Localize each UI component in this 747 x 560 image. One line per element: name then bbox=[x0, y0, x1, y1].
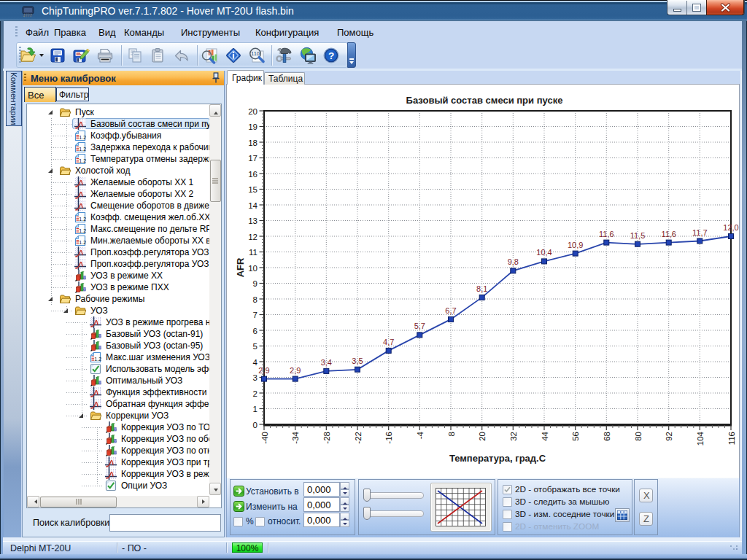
svg-text:-34: -34 bbox=[291, 431, 300, 443]
svg-text:19: 19 bbox=[248, 122, 258, 131]
svg-text:44: 44 bbox=[541, 431, 549, 440]
svg-text:8: 8 bbox=[447, 432, 456, 436]
svg-text:18: 18 bbox=[248, 139, 258, 147]
svg-text:9,8: 9,8 bbox=[508, 257, 519, 266]
svg-text:56: 56 bbox=[571, 432, 580, 441]
svg-text:11: 11 bbox=[249, 248, 258, 257]
svg-text:11,6: 11,6 bbox=[661, 230, 676, 238]
svg-text:9: 9 bbox=[253, 279, 258, 288]
svg-text:4: 4 bbox=[253, 358, 258, 367]
svg-text:0: 0 bbox=[253, 421, 258, 429]
svg-text:16: 16 bbox=[248, 170, 258, 179]
svg-text:5,7: 5,7 bbox=[414, 322, 425, 330]
svg-text:10,4: 10,4 bbox=[536, 248, 551, 257]
svg-text:32: 32 bbox=[509, 432, 518, 441]
svg-text:2,9: 2,9 bbox=[290, 366, 301, 375]
svg-text:80: 80 bbox=[634, 432, 643, 441]
svg-text:6: 6 bbox=[253, 327, 258, 335]
svg-text:-28: -28 bbox=[322, 432, 331, 444]
svg-text:3,5: 3,5 bbox=[352, 357, 363, 365]
svg-text:2,9: 2,9 bbox=[258, 366, 269, 375]
svg-text:1: 1 bbox=[253, 405, 258, 413]
svg-text:20: 20 bbox=[478, 432, 487, 441]
svg-text:-4: -4 bbox=[416, 431, 425, 439]
svg-text:12: 12 bbox=[248, 233, 258, 241]
svg-text:4,7: 4,7 bbox=[383, 338, 394, 346]
svg-text:11,5: 11,5 bbox=[630, 231, 646, 240]
svg-text:15: 15 bbox=[248, 185, 258, 194]
svg-text:17: 17 bbox=[248, 154, 258, 163]
svg-text:20: 20 bbox=[248, 107, 258, 116]
svg-text:10,9: 10,9 bbox=[568, 241, 583, 249]
svg-text:6,7: 6,7 bbox=[445, 306, 456, 315]
svg-text:8: 8 bbox=[253, 295, 258, 304]
svg-text:AFR: AFR bbox=[235, 257, 246, 277]
svg-text:68: 68 bbox=[603, 432, 611, 441]
svg-text:10: 10 bbox=[248, 264, 258, 273]
svg-text:5: 5 bbox=[253, 342, 258, 351]
svg-text:104: 104 bbox=[696, 431, 705, 446]
svg-text:11,6: 11,6 bbox=[599, 230, 614, 238]
svg-text:13: 13 bbox=[248, 217, 258, 225]
svg-text:7: 7 bbox=[253, 311, 258, 319]
svg-text:3,4: 3,4 bbox=[321, 358, 332, 367]
svg-text:Температура, град.С: Температура, град.С bbox=[449, 453, 546, 464]
svg-text:-16: -16 bbox=[384, 432, 393, 444]
svg-text:12,0: 12,0 bbox=[723, 223, 738, 232]
svg-text:3: 3 bbox=[253, 373, 258, 382]
svg-text:-40: -40 bbox=[260, 432, 269, 444]
svg-text:116: 116 bbox=[727, 432, 736, 445]
svg-text:11,7: 11,7 bbox=[692, 228, 708, 237]
svg-text:Базовый состав смеси при пуске: Базовый состав смеси при пуске bbox=[406, 95, 563, 106]
svg-text:92: 92 bbox=[665, 432, 673, 441]
svg-text:14: 14 bbox=[248, 201, 258, 210]
svg-text:8,1: 8,1 bbox=[476, 284, 487, 293]
svg-text:2: 2 bbox=[253, 389, 258, 398]
svg-text:-22: -22 bbox=[354, 432, 363, 444]
